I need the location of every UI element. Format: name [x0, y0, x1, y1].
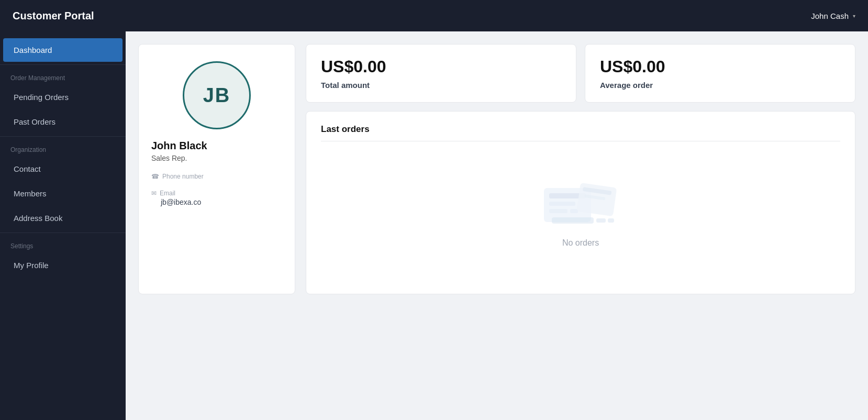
profile-email-value: jb@ibexa.co	[151, 198, 282, 206]
average-order-label: Average order	[600, 81, 840, 90]
user-name: John Cash	[811, 12, 849, 20]
sidebar-item-members[interactable]: Members	[3, 182, 123, 205]
total-amount-value: US$0.00	[321, 57, 561, 76]
svg-rect-2	[549, 202, 575, 206]
app-title: Customer Portal	[13, 10, 94, 22]
sidebar-section-order-management: Order Management	[0, 67, 126, 85]
sidebar-item-contact[interactable]: Contact	[3, 157, 123, 181]
average-order-value: US$0.00	[600, 57, 840, 76]
svg-rect-4	[570, 209, 578, 213]
sidebar-item-address-book[interactable]: Address Book	[3, 206, 123, 230]
sidebar-item-past-orders[interactable]: Past Orders	[3, 110, 123, 134]
profile-email-label: ✉ Email	[151, 190, 282, 197]
avatar: JB	[183, 61, 251, 129]
total-amount-card: US$0.00 Total amount	[306, 44, 576, 103]
sidebar: Dashboard Order Management Pending Order…	[0, 31, 126, 420]
header: Customer Portal John Cash ▾	[0, 0, 868, 31]
user-menu[interactable]: John Cash ▾	[811, 12, 855, 20]
profile-phone-field: ☎ Phone number	[151, 173, 282, 181]
sidebar-section-organization: Organization	[0, 139, 126, 157]
sidebar-divider	[0, 64, 126, 65]
sidebar-section-settings: Settings	[0, 235, 126, 253]
average-order-card: US$0.00 Average order	[585, 44, 855, 103]
layout: Dashboard Order Management Pending Order…	[0, 31, 868, 420]
phone-icon: ☎	[151, 173, 159, 180]
email-icon: ✉	[151, 190, 157, 197]
last-orders-card: Last orders	[306, 111, 855, 294]
no-orders-text: No orders	[562, 238, 599, 248]
last-orders-title: Last orders	[321, 124, 840, 141]
svg-rect-5	[576, 183, 617, 216]
profile-phone-label: ☎ Phone number	[151, 173, 282, 180]
main-content: JB John Black Sales Rep. ☎ Phone number …	[126, 31, 868, 420]
sidebar-divider-2	[0, 136, 126, 137]
orders-empty-state: No orders	[321, 150, 840, 275]
sidebar-item-dashboard[interactable]: Dashboard	[3, 38, 123, 62]
svg-rect-8	[552, 217, 594, 224]
svg-rect-9	[596, 218, 606, 223]
profile-card: JB John Black Sales Rep. ☎ Phone number …	[138, 44, 295, 294]
svg-rect-10	[608, 218, 614, 223]
empty-orders-illustration	[539, 178, 622, 230]
profile-email-field: ✉ Email jb@ibexa.co	[151, 190, 282, 206]
sidebar-divider-3	[0, 233, 126, 233]
dashboard-grid: JB John Black Sales Rep. ☎ Phone number …	[138, 44, 855, 294]
sidebar-item-my-profile[interactable]: My Profile	[3, 253, 123, 277]
chevron-down-icon: ▾	[853, 13, 855, 19]
right-panel: US$0.00 Total amount US$0.00 Average ord…	[306, 44, 855, 294]
sidebar-item-pending-orders[interactable]: Pending Orders	[3, 85, 123, 109]
stats-row: US$0.00 Total amount US$0.00 Average ord…	[306, 44, 855, 103]
profile-role: Sales Rep.	[151, 154, 187, 162]
svg-rect-3	[549, 209, 567, 213]
avatar-initials: JB	[203, 84, 231, 107]
profile-name: John Black	[151, 140, 207, 152]
total-amount-label: Total amount	[321, 81, 561, 90]
